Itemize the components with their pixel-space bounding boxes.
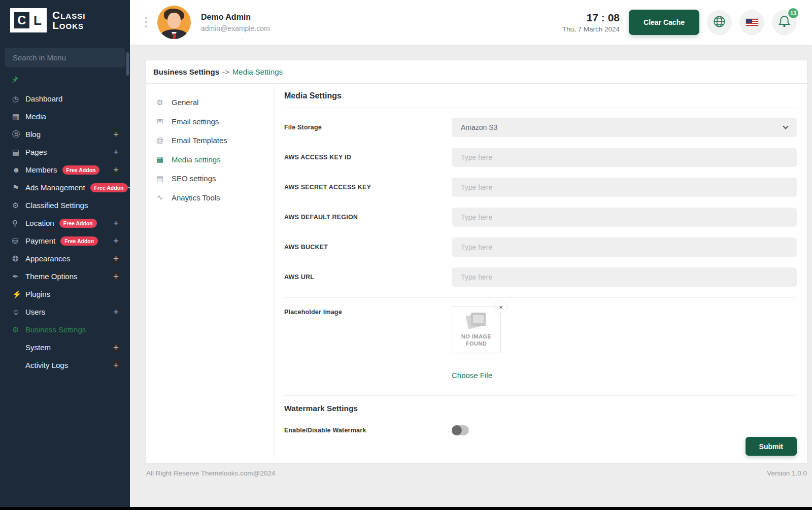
expand-plus-icon[interactable]: + <box>113 129 119 140</box>
placeholder-image-thumbnail: NO IMAGE FOUND <box>452 306 501 353</box>
user-avatar[interactable] <box>157 6 191 39</box>
expand-plus-icon[interactable]: + <box>113 218 119 229</box>
menu-search-input[interactable] <box>5 48 125 67</box>
breadcrumb-arrow: -> <box>222 67 229 76</box>
pushpin-icon[interactable] <box>10 77 19 86</box>
business-settings-icon: ⚙ <box>12 325 25 334</box>
subnav-item-analytics-tools[interactable]: ∿ Anaytics Tools <box>146 188 274 208</box>
user-email: admin@example.com <box>201 24 270 32</box>
sidebar-item-label: Pages <box>25 148 47 156</box>
remove-image-button[interactable]: × <box>494 300 507 314</box>
page-footer: All Right Reserve Themelooks.com@2024 Ve… <box>146 469 807 477</box>
aws-secret-access-key-label: AWS SECRET ACCESS KEY <box>284 184 452 191</box>
sidebar-item-label: Media <box>25 112 46 121</box>
sidebar-item-pages[interactable]: ▤ Pages + <box>0 143 130 161</box>
sidebar-item-ads-management[interactable]: ⚑ Ads Management Free Addon + <box>0 179 130 196</box>
sidebar-item-label: Location <box>25 219 54 227</box>
subnav-item-seo-settings[interactable]: ▤ SEO settings <box>146 169 274 188</box>
sidebar-item-appearances[interactable]: ❂ Appearances + <box>0 250 130 267</box>
sidebar-item-label: Business Settings <box>25 325 86 334</box>
sidebar-item-business-settings[interactable]: ⚙ Business Settings <box>0 321 130 338</box>
aws-secret-access-key-input[interactable] <box>452 178 797 197</box>
expand-plus-icon[interactable]: + <box>113 235 119 247</box>
sidebar-item-location[interactable]: ⚲ Location Free Addon + <box>0 214 130 232</box>
notifications-button[interactable]: 13 <box>772 10 797 35</box>
current-time: 17 : 08 <box>562 12 620 24</box>
aws-bucket-input[interactable] <box>452 237 797 257</box>
breadcrumb-section: Business Settings <box>153 67 219 76</box>
file-storage-value: Amazon S3 <box>461 123 497 131</box>
logo-letter-c: C <box>13 11 31 30</box>
subnav-item-media-settings[interactable]: ▦ Media settings <box>146 150 274 169</box>
file-storage-select[interactable]: Amazon S3 <box>452 118 797 137</box>
section-divider <box>284 297 797 298</box>
watermark-settings-title: Watermark Settings <box>284 404 797 413</box>
subnav-item-email-settings[interactable]: ✉ Email settings <box>146 112 274 131</box>
aws-default-region-input[interactable] <box>452 208 797 227</box>
dashboard-icon: ◷ <box>12 94 25 104</box>
sidebar-item-media[interactable]: ▦ Media <box>0 108 130 125</box>
brand-logo[interactable]: C L Classi Looks <box>10 8 130 32</box>
clear-cache-button[interactable]: Clear Cache <box>629 10 699 35</box>
close-icon: × <box>499 303 503 311</box>
content-area: Business Settings -> Media Settings ⚙ Ge… <box>130 45 812 507</box>
kebab-menu-icon[interactable] <box>143 15 149 29</box>
expand-plus-icon[interactable]: + <box>113 342 119 353</box>
app-root: C L Classi Looks ◷ Dashboard ▦ Media <box>0 0 812 510</box>
choose-file-link[interactable]: Choose File <box>452 371 492 380</box>
submit-button[interactable]: Submit <box>746 437 797 456</box>
top-header: Demo Admin admin@example.com 17 : 08 Thu… <box>130 0 812 45</box>
location-pin-icon: ⚲ <box>12 219 25 228</box>
subnav-item-general[interactable]: ⚙ General <box>146 93 274 112</box>
sidebar-item-members[interactable]: ☻ Members Free Addon + <box>0 161 130 179</box>
sidebar-item-label: Plugins <box>25 290 50 298</box>
sidebar-item-dashboard[interactable]: ◷ Dashboard <box>0 90 130 108</box>
sidebar-item-label: Activity Logs <box>25 361 68 369</box>
settings-subnav: ⚙ General ✉ Email settings @ Email Templ… <box>146 84 274 463</box>
sidebar-item-users[interactable]: ☺ Users + <box>0 303 130 321</box>
expand-plus-icon[interactable]: + <box>113 253 119 264</box>
sidebar-item-blog[interactable]: Ⓑ Blog + <box>0 125 130 143</box>
subnav-item-email-templates[interactable]: @ Email Templates <box>146 131 274 150</box>
sidebar-scrollbar[interactable] <box>126 52 129 76</box>
sidebar-item-system[interactable]: System + <box>0 338 130 356</box>
free-addon-badge: Free Addon <box>62 165 100 175</box>
chevron-down-icon <box>783 123 788 129</box>
sidebar-item-label: Members <box>25 165 57 174</box>
free-addon-badge: Free Addon <box>60 236 98 246</box>
seo-doc-icon: ▤ <box>155 174 165 183</box>
expand-plus-icon[interactable]: + <box>113 271 119 282</box>
sidebar-item-label: Theme Options <box>25 272 78 281</box>
section-divider <box>284 395 797 396</box>
subnav-label: Anaytics Tools <box>172 193 220 202</box>
media-settings-icon: ▦ <box>155 155 165 164</box>
aws-default-region-label: AWS DEFAULT REGION <box>284 214 452 221</box>
sidebar-item-payment[interactable]: ⛁ Payment Free Addon + <box>0 232 130 250</box>
sidebar-item-activity-logs[interactable]: Activity Logs + <box>0 356 130 374</box>
globe-language-button[interactable] <box>707 10 732 35</box>
free-addon-badge: Free Addon <box>90 183 128 192</box>
sidebar-item-classified-settings[interactable]: ⚙ Classified Settings <box>0 196 130 214</box>
appearance-icon: ❂ <box>12 254 25 263</box>
country-flag-button[interactable] <box>739 10 764 35</box>
aws-url-input[interactable] <box>452 267 797 287</box>
sidebar-item-theme-options[interactable]: ✒ Theme Options + <box>0 267 130 285</box>
aws-access-key-id-input[interactable] <box>452 148 797 167</box>
media-settings-panel: Media Settings File Storage Amazon S3 <box>274 84 807 463</box>
expand-plus-icon[interactable]: + <box>113 360 119 371</box>
version-text: Version 1.0.0 <box>767 469 807 477</box>
breadcrumb-page[interactable]: Media Settings <box>232 67 283 76</box>
user-info: Demo Admin admin@example.com <box>201 13 270 32</box>
general-gear-icon: ⚙ <box>155 98 165 107</box>
paint-brush-icon: ✒ <box>12 272 25 281</box>
sidebar-item-plugins[interactable]: ⚡ Plugins <box>0 285 130 303</box>
expand-plus-icon[interactable]: + <box>113 307 119 318</box>
blog-icon: Ⓑ <box>12 129 25 139</box>
placeholder-image-label: Placeholder Image <box>284 306 452 316</box>
subnav-label: SEO settings <box>172 174 216 183</box>
user-name: Demo Admin <box>201 13 270 22</box>
watermark-toggle[interactable] <box>452 425 469 435</box>
current-date: Thu, 7 March 2024 <box>562 25 620 33</box>
expand-plus-icon[interactable]: + <box>113 147 119 158</box>
expand-plus-icon[interactable]: + <box>113 164 119 176</box>
